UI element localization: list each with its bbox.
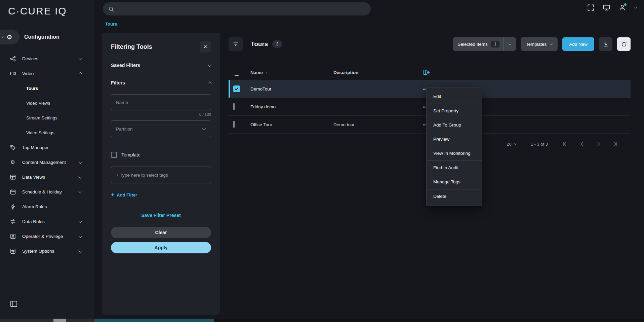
page-size-select[interactable]: 20	[507, 142, 516, 147]
sidebar-nav: Devices Video Tours Video Views Stream S…	[0, 51, 94, 258]
taskbar-segment	[53, 319, 66, 322]
clear-button[interactable]: Clear	[111, 227, 211, 238]
sidebar-item-label: Devices	[22, 56, 79, 61]
sidebar-item-video[interactable]: Video	[0, 66, 94, 81]
sidebar-item-alarm-rules[interactable]: Alarm Rules	[0, 199, 94, 214]
user-icon[interactable]	[619, 4, 626, 11]
global-search-bar[interactable]	[103, 2, 371, 15]
context-menu-item-manage-tags[interactable]: Manage Tags	[427, 175, 482, 189]
selected-items-button[interactable]: Selected Items 1	[453, 37, 516, 51]
saved-filters-section[interactable]: Saved Filters	[111, 62, 211, 69]
template-checkbox-row[interactable]: Template	[111, 151, 211, 158]
context-menu-item-preview[interactable]: Preview	[427, 132, 482, 146]
add-column-icon[interactable]	[423, 69, 631, 76]
filter-name-input[interactable]	[111, 94, 211, 110]
sidebar-item-data-rules[interactable]: Data Rules	[0, 214, 94, 229]
name-char-counter: 0 / 100	[111, 112, 211, 117]
collapse-left-icon[interactable]: ‹	[2, 34, 4, 40]
templates-button[interactable]: Templates	[521, 37, 558, 51]
name-column-header[interactable]: Name↑	[250, 69, 333, 75]
row-checkbox[interactable]	[233, 85, 240, 92]
selected-count-badge: 1	[491, 41, 499, 47]
chevron-down-icon	[78, 249, 82, 252]
context-menu-item-view-in-monitoring[interactable]: View In Monitoring	[427, 146, 482, 160]
context-menu-item-add-to-group[interactable]: Add To Group	[427, 118, 482, 132]
toggle-filter-panel-button[interactable]	[229, 37, 243, 51]
user-menu-chevron-icon[interactable]	[634, 6, 637, 8]
calendar-icon	[10, 189, 16, 195]
sidebar: C·CURE IQ ‹ ⚙ Configuration Devices Vide…	[0, 0, 94, 319]
sidebar-subitem-video-views[interactable]: Video Views	[0, 96, 94, 110]
name-header-label: Name	[250, 70, 263, 75]
add-filter-button[interactable]: + Add Filter	[111, 192, 211, 198]
topbar-actions	[587, 4, 637, 11]
sidebar-subitem-video-settings[interactable]: Video Settings	[0, 125, 94, 140]
sidebar-item-label: Video	[22, 71, 79, 76]
chevron-down-icon	[208, 63, 211, 67]
context-menu-item-delete[interactable]: Delete	[427, 189, 482, 204]
chevron-down-icon	[78, 234, 82, 238]
taskbar-sliver	[0, 319, 644, 322]
partition-select[interactable]: Partition	[111, 120, 211, 137]
sidebar-item-system-options[interactable]: System Options	[0, 244, 94, 258]
context-menu-item-set-property[interactable]: Set Property	[427, 104, 482, 118]
app-window: C·CURE IQ ‹ ⚙ Configuration Devices Vide…	[0, 0, 644, 322]
operator-icon	[10, 233, 16, 239]
row-checkbox[interactable]	[233, 121, 235, 128]
context-menu-item-find-in-audit[interactable]: Find In Audit	[427, 161, 482, 175]
tags-input[interactable]	[111, 167, 211, 183]
filters-label: Filters	[111, 80, 125, 85]
sidebar-item-tag-manager[interactable]: Tag Manager	[0, 140, 94, 155]
first-page-icon[interactable]	[562, 141, 568, 147]
configuration-pill[interactable]: ‹ ⚙	[0, 30, 19, 44]
tag-icon	[10, 144, 16, 150]
chevron-up-icon	[208, 81, 211, 85]
appliance-icon[interactable]	[603, 4, 610, 11]
sidebar-item-label: Tag Manager	[22, 145, 82, 150]
filters-section[interactable]: Filters	[111, 79, 211, 86]
previous-page-icon[interactable]	[579, 141, 585, 147]
refresh-button[interactable]	[617, 37, 631, 51]
sidebar-item-schedule-holiday[interactable]: Schedule & Holiday	[0, 184, 94, 199]
add-filter-label: Add Filter	[117, 192, 137, 198]
context-menu-item-edit[interactable]: Edit	[427, 90, 482, 104]
add-new-button[interactable]: Add New	[562, 37, 594, 51]
row-checkbox[interactable]	[233, 103, 235, 110]
record-count-badge: 3	[272, 40, 282, 48]
row-context-menu: Edit Set Property Add To Group Preview V…	[426, 87, 482, 206]
sort-ascending-icon: ↑	[265, 70, 268, 75]
content-management-gear-icon: ⚙	[10, 159, 16, 165]
selected-items-label: Selected Items	[453, 42, 491, 47]
chevron-down-icon	[78, 160, 82, 164]
sidebar-collapse-icon[interactable]	[10, 300, 18, 308]
sidebar-subitem-label: Stream Settings	[26, 115, 57, 120]
sidebar-item-operator-privilege[interactable]: Operator & Privilege	[0, 229, 94, 244]
sidebar-item-devices[interactable]: Devices	[0, 51, 94, 66]
sidebar-subitem-stream-settings[interactable]: Stream Settings	[0, 110, 94, 125]
next-page-icon[interactable]	[596, 141, 602, 147]
sidebar-item-data-views[interactable]: Data Views	[0, 170, 94, 184]
sidebar-item-content-management[interactable]: ⚙ Content Management	[0, 155, 94, 170]
configuration-header[interactable]: ‹ ⚙ Configuration	[0, 30, 94, 44]
lightning-icon	[10, 204, 16, 210]
table-header-row: Name↑ Description	[229, 65, 631, 80]
last-page-icon[interactable]	[612, 141, 618, 147]
save-filter-preset-button[interactable]: Save Filter Preset	[111, 213, 211, 218]
data-rules-icon	[10, 218, 16, 224]
chevron-down-icon	[508, 42, 511, 45]
global-search-input[interactable]	[118, 6, 365, 12]
row-name: DemoTour	[250, 86, 333, 92]
toolbar: Selected Items 1 Templates Add New	[453, 37, 631, 51]
sidebar-item-label: Data Views	[22, 175, 79, 180]
close-icon[interactable]: ×	[200, 41, 211, 52]
page-title: Tours	[251, 40, 268, 48]
breadcrumb[interactable]: Tours	[105, 22, 117, 27]
template-checkbox[interactable]	[111, 152, 117, 158]
apply-button[interactable]: Apply	[111, 242, 211, 253]
fullscreen-icon[interactable]	[587, 4, 594, 11]
chevron-down-icon	[78, 219, 82, 223]
export-download-button[interactable]	[599, 37, 612, 51]
plus-icon: +	[111, 192, 114, 198]
sidebar-subitem-tours[interactable]: Tours	[0, 81, 94, 96]
online-status-dot	[624, 3, 627, 6]
